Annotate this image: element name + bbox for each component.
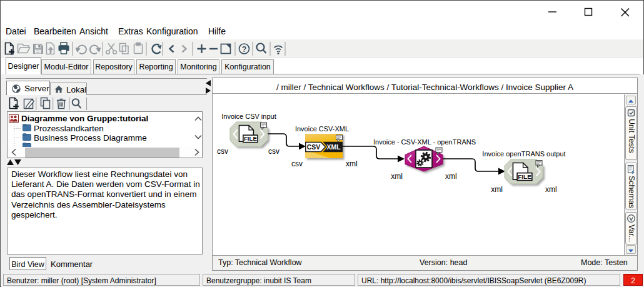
- svg-text:Invoice - CSV-XML - openTRANS: Invoice - CSV-XML - openTRANS: [373, 138, 476, 146]
- svg-text:Invoice CSV-XML: Invoice CSV-XML: [295, 125, 349, 133]
- svg-text:XML: XML: [326, 143, 341, 151]
- svg-text:Invoice CSV input: Invoice CSV input: [221, 113, 276, 120]
- svg-text:?: ?: [242, 45, 247, 54]
- svg-text:CSV: CSV: [307, 143, 321, 151]
- svg-text:xml: xml: [491, 185, 503, 194]
- svg-text:xml: xml: [391, 172, 403, 181]
- svg-text:xml: xml: [545, 185, 557, 194]
- svg-text:xml: xml: [346, 159, 358, 168]
- svg-text:csv: csv: [291, 159, 303, 168]
- svg-text:csv: csv: [268, 147, 279, 156]
- svg-text:xml: xml: [445, 172, 457, 181]
- svg-text:csv: csv: [217, 147, 228, 156]
- svg-text:Invoice openTRANS output: Invoice openTRANS output: [482, 150, 565, 158]
